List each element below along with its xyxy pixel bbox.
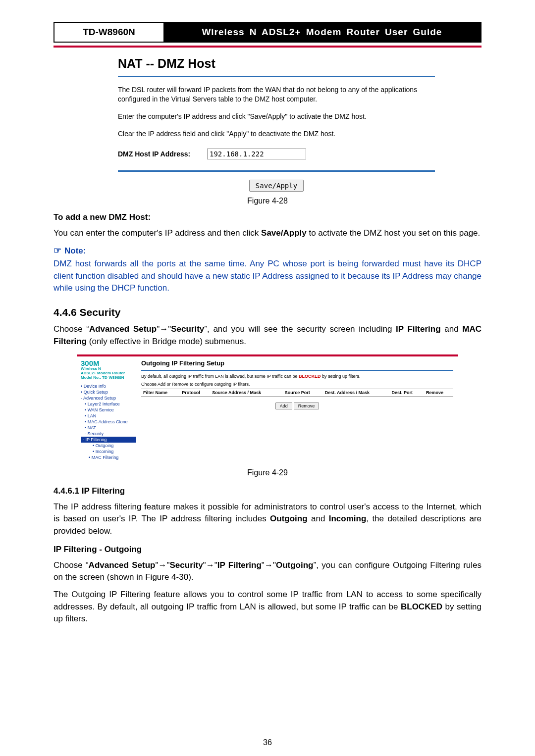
blue-rule — [141, 370, 453, 371]
text-bold: Save/Apply — [261, 228, 307, 238]
column-header: Dest. Address / Mask — [323, 389, 390, 397]
doc-header: TD-W8960N Wireless N ADSL2+ Modem Router… — [54, 22, 482, 43]
text-span: to activate the DMZ host you set on this… — [307, 228, 481, 238]
sidebar-item[interactable]: • Quick Setup — [81, 389, 136, 395]
note-body: DMZ host forwards all the ports at the s… — [54, 258, 482, 295]
security-para: Choose “Advanced Setup"→"Security”, and … — [54, 323, 482, 348]
blue-rule — [118, 76, 435, 77]
figure-4-28: NAT -- DMZ Host The DSL router will forw… — [118, 56, 435, 192]
column-header: Source Port — [283, 389, 323, 397]
outgoing-title: Outgoing IP Filtering Setup — [141, 359, 453, 367]
dmz-desc-2: Enter the computer's IP address and clic… — [118, 112, 435, 121]
column-header: Protocol — [180, 389, 210, 397]
figure-4-29-caption: Figure 4-29 — [54, 468, 482, 477]
pointing-hand-icon: ☞ — [54, 246, 61, 255]
text-bold: Security — [171, 324, 204, 334]
text-bold: IP Filtering — [217, 560, 262, 570]
sidebar-item[interactable]: • Incoming — [81, 449, 136, 454]
figure-4-29: 300M Wireless N ADSL2+ Modem Router Mode… — [77, 354, 458, 463]
text-bold: Outgoing — [276, 560, 314, 570]
text-span: Choose “ — [54, 560, 89, 570]
brand-line: Model No.: TD-W8960N — [81, 376, 136, 380]
sidebar-item[interactable]: • WAN Service — [81, 407, 136, 413]
model-number: TD-W8960N — [54, 23, 163, 42]
ipfilter-outgoing-para2: The Outgoing IP Filtering feature allows… — [54, 589, 482, 625]
dmz-ip-label: DMZ Host IP Address: — [118, 150, 207, 158]
note-label: Note: — [64, 246, 86, 255]
text-span: and — [441, 324, 463, 334]
outgoing-desc: By default, all outgoing IP traffic from… — [141, 374, 453, 379]
remove-button[interactable]: Remove — [294, 403, 320, 409]
arrow-icon: → — [206, 560, 214, 570]
page-number: 36 — [0, 738, 535, 747]
dmz-heading: NAT -- DMZ Host — [118, 56, 435, 71]
figure-4-28-caption: Figure 4-28 — [54, 197, 482, 205]
blocked-word: BLOCKED — [299, 374, 321, 379]
doc-title: Wireless N ADSL2+ Modem Router User Guid… — [163, 23, 481, 42]
column-header: Filter Name — [141, 389, 180, 397]
outgoing-desc2: Choose Add or Remove to configure outgoi… — [141, 382, 453, 387]
ipfilter-outgoing-heading: IP Filtering - Outgoing — [54, 545, 482, 554]
add-dmz-heading: To add a new DMZ Host: — [54, 212, 482, 222]
arrow-icon: → — [265, 560, 273, 570]
dmz-ip-input[interactable] — [207, 149, 306, 159]
fig29-sidebar: 300M Wireless N ADSL2+ Modem Router Mode… — [77, 356, 136, 463]
text-span: Choose “ — [54, 324, 89, 334]
brand-300m: 300M — [81, 359, 136, 367]
column-header: Dest. Port — [390, 389, 424, 397]
sidebar-item[interactable]: • Layer2 Interface — [81, 401, 136, 407]
filter-table: Filter NameProtocolSource Address / Mask… — [141, 389, 453, 397]
text-bold: Incoming — [329, 514, 367, 523]
arrow-icon: → — [158, 560, 166, 570]
sidebar-item[interactable]: • MAC Filtering — [81, 454, 136, 460]
text-span: by setting up filters. — [321, 374, 361, 379]
sidebar-item[interactable]: - IP Filtering — [81, 437, 136, 443]
ipfilter-outgoing-para1: Choose “Advanced Setup"→"Security"→"IP F… — [54, 559, 482, 584]
ipfilter-para: The IP address filtering feature makes i… — [54, 501, 482, 538]
arrow-icon: → — [160, 324, 168, 334]
sidebar-item[interactable]: - Security — [81, 431, 136, 437]
sidebar-item[interactable]: • NAT — [81, 425, 136, 431]
sidebar-item[interactable]: • Device Info — [81, 383, 136, 389]
blue-rule-2 — [118, 170, 435, 172]
text-span: and — [308, 514, 329, 523]
fig29-main: Outgoing IP Filtering Setup By default, … — [136, 356, 458, 463]
dmz-desc-1: The DSL router will forward IP packets f… — [118, 85, 435, 104]
column-header: Remove — [424, 389, 453, 397]
sidebar-item[interactable]: • LAN — [81, 413, 136, 419]
header-rule — [54, 46, 482, 48]
section-4-4-6-1-heading: 4.4.6.1 IP Filtering — [54, 486, 482, 496]
sidebar-item[interactable]: • MAC Address Clone — [81, 419, 136, 425]
text-span: By default, all outgoing IP traffic from… — [141, 374, 299, 379]
text-bold: Advanced Setup — [89, 324, 157, 334]
text-bold: Advanced Setup — [89, 560, 156, 570]
column-header: Source Address / Mask — [210, 389, 282, 397]
add-button[interactable]: Add — [275, 403, 292, 409]
text-bold: Security — [170, 560, 203, 570]
dmz-desc-3: Clear the IP address field and click "Ap… — [118, 129, 435, 139]
sidebar-item[interactable]: • Outgoing — [81, 443, 136, 449]
sidebar-item[interactable]: - Advanced Setup — [81, 395, 136, 401]
text-span: You can enter the computer's IP address … — [54, 228, 261, 238]
text-bold: Outgoing — [270, 514, 308, 523]
text-span: (only effective in Bridge mode) submenus… — [87, 337, 246, 346]
text-span: ”, and you will see the security screen … — [204, 324, 396, 334]
note-heading: ☞Note: — [54, 245, 482, 256]
text-bold: BLOCKED — [401, 602, 442, 611]
text-bold: IP Filtering — [396, 324, 441, 334]
save-apply-button[interactable]: Save/Apply — [249, 180, 304, 192]
section-4-4-6-heading: 4.4.6 Security — [54, 306, 482, 318]
add-dmz-para: You can enter the computer's IP address … — [54, 227, 482, 240]
